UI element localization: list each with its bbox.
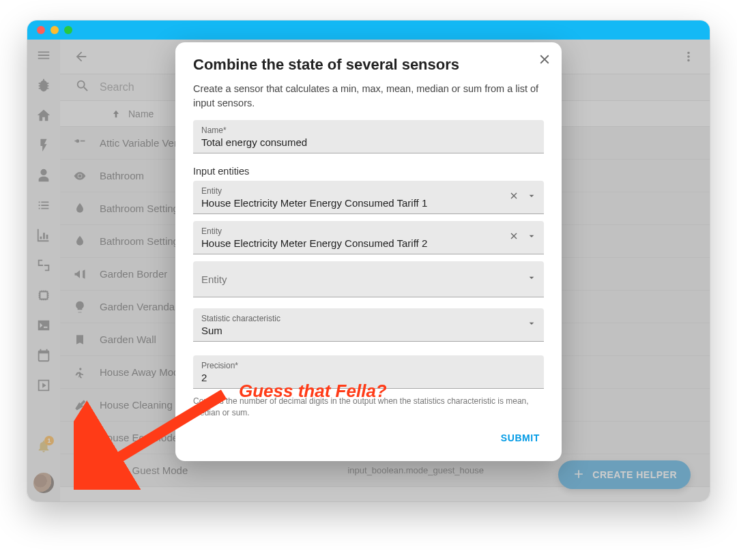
svg-line-2 — [93, 394, 224, 473]
maximize-window-button[interactable] — [64, 26, 72, 34]
entity-empty-placeholder: Entity — [201, 274, 536, 286]
annotation-arrow-icon — [74, 387, 231, 490]
entity-1-value: House Electricity Meter Energy Consumed … — [201, 197, 536, 209]
entity-2-field[interactable]: Entity House Electricity Meter Energy Co… — [193, 221, 544, 254]
statistic-field[interactable]: Statistic characteristic Sum — [193, 308, 544, 342]
clear-icon[interactable] — [508, 190, 519, 204]
input-entities-label: Input entities — [193, 166, 544, 177]
name-field[interactable]: Name* Total energy consumed — [193, 120, 544, 153]
name-field-value: Total energy consumed — [201, 136, 536, 149]
entity-1-field[interactable]: Entity House Electricity Meter Energy Co… — [193, 181, 544, 214]
chevron-down-icon[interactable] — [526, 231, 537, 244]
entity-empty-field[interactable]: Entity — [193, 261, 544, 297]
submit-button[interactable]: SUBMIT — [497, 426, 544, 450]
close-window-button[interactable] — [37, 26, 45, 34]
name-field-label: Name* — [201, 126, 536, 135]
mac-window: 1 Name Attic Variable Ventilation Bathro — [27, 20, 710, 501]
titlebar — [27, 20, 710, 40]
dialog-title: Combine the state of several sensors — [193, 56, 544, 74]
minimize-window-button[interactable] — [50, 26, 59, 34]
chevron-down-icon[interactable] — [526, 190, 537, 204]
clear-icon[interactable] — [508, 231, 519, 244]
dialog-description: Create a sensor that calculates a min, m… — [193, 82, 544, 110]
annotation-text: Guess that Fella? — [239, 381, 387, 402]
chevron-down-icon[interactable] — [526, 318, 537, 331]
statistic-value: Sum — [201, 325, 536, 337]
dialog-close-button[interactable] — [537, 52, 552, 70]
chevron-down-icon[interactable] — [526, 272, 537, 286]
entity-2-value: House Electricity Meter Energy Consumed … — [201, 237, 536, 250]
